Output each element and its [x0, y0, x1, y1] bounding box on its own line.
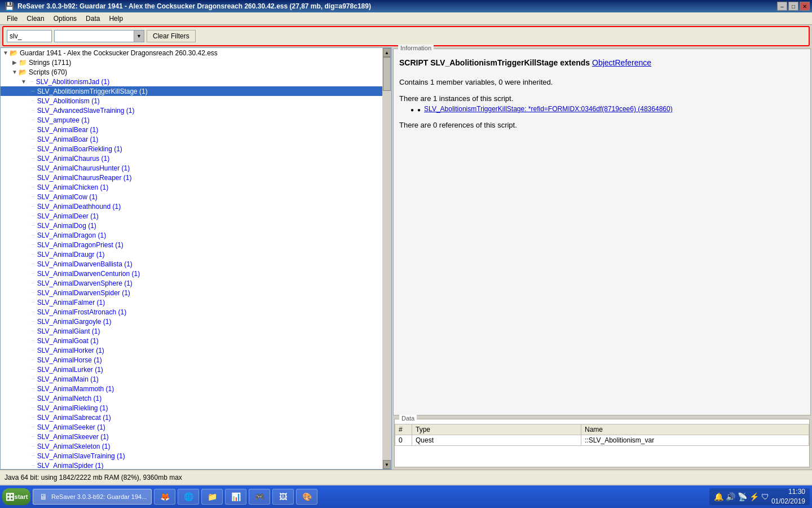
- filter-combo[interactable]: ▼: [54, 30, 144, 42]
- clock-time: 11:30: [771, 487, 805, 497]
- list-item[interactable]: ···SLV_AnimalMain (1): [1, 374, 390, 384]
- close-button[interactable]: ✕: [800, 2, 810, 11]
- list-item[interactable]: ···SLV_AnimalChaurusReaper (1): [1, 173, 390, 182]
- clear-filters-button[interactable]: Clear Filters: [147, 30, 196, 42]
- tree-scrollbar[interactable]: ▲ ▼: [382, 48, 391, 469]
- tree-root[interactable]: ▼ 📂 Guardar 1941 - Alex the Cocksucker D…: [1, 48, 390, 58]
- list-item[interactable]: ···SLV_AnimalBoarRiekling (1): [1, 144, 390, 154]
- taskbar-app-firefox[interactable]: 🦊: [154, 489, 175, 505]
- tree-strings[interactable]: ▶ 📁 Strings (1711): [1, 58, 390, 67]
- tray-icon-3[interactable]: 📡: [738, 492, 747, 501]
- list-item[interactable]: ···SLV_AnimalDragon (1): [1, 230, 390, 240]
- root-label: Guardar 1941 - Alex the Cocksucker Drago…: [20, 49, 218, 57]
- taskbar-app-resaver[interactable]: 🖥 ReSaver 3.0.3-b92: Guardar 194...: [33, 489, 152, 505]
- list-item[interactable]: ···SLV_AnimalFrostAtronach (1): [1, 307, 390, 317]
- taskbar-app-explorer[interactable]: 📁: [201, 489, 223, 505]
- scroll-track[interactable]: [383, 57, 391, 460]
- combo-input[interactable]: [55, 30, 134, 42]
- maximize-button[interactable]: □: [788, 2, 798, 11]
- list-item[interactable]: ···SLV_AnimalDog (1): [1, 221, 390, 230]
- list-item[interactable]: ···SLV_AnimalDwarvenSpider (1): [1, 288, 390, 297]
- list-item[interactable]: ···SLV_AnimalSpider (1): [1, 461, 390, 469]
- tree-container[interactable]: ▼ 📂 Guardar 1941 - Alex the Cocksucker D…: [1, 48, 391, 469]
- list-item[interactable]: ···SLV_AnimalDeathhound (1): [1, 202, 390, 211]
- list-item[interactable]: ···SLV_AnimalDraugr (1): [1, 249, 390, 259]
- list-item[interactable]: ···SLV_AnimalSeeker (1): [1, 422, 390, 432]
- instance-link[interactable]: SLV_AbolitionismTriggerKillStage: *refid…: [424, 105, 673, 113]
- list-item[interactable]: ···SLV_AnimalFalmer (1): [1, 297, 390, 307]
- menu-options[interactable]: Options: [49, 14, 81, 24]
- firefox-icon: 🦊: [159, 491, 170, 502]
- list-item[interactable]: ···SLV_AnimalSlaveTraining (1): [1, 451, 390, 461]
- data-table: # Type Name 0 Quest ::SLV_Abolitionism_v…: [395, 424, 809, 446]
- list-item[interactable]: ···SLV_AnimalDeer (1): [1, 211, 390, 221]
- list-item[interactable]: ···SLV_AnimalDwarvenCenturion (1): [1, 269, 390, 278]
- list-item[interactable]: ···SLV_AnimalGoat (1): [1, 336, 390, 345]
- list-item[interactable]: ···SLV_AnimalSkeleton (1): [1, 441, 390, 451]
- list-item[interactable]: ···SLV_AnimalRiekling (1): [1, 403, 390, 413]
- file-dot-icon: ···: [30, 79, 34, 84]
- menu-clean[interactable]: Clean: [22, 14, 48, 24]
- row-type: Quest: [412, 435, 581, 446]
- scroll-thumb[interactable]: [383, 57, 391, 91]
- list-item[interactable]: ···SLV_AnimalChicken (1): [1, 182, 390, 192]
- taskbar-app-game[interactable]: 🎮: [249, 489, 270, 505]
- window-controls: – □ ✕: [777, 2, 810, 11]
- list-item[interactable]: ···SLV_AnimalDwarvenSphere (1): [1, 278, 390, 288]
- scroll-up-button[interactable]: ▲: [383, 48, 391, 57]
- tree-slv-jad[interactable]: ▼ ··· SLV_AbolitionismJad (1): [1, 77, 390, 86]
- file-dot-icon-trigger: ···: [31, 89, 35, 94]
- list-item[interactable]: ···SLV_amputee (1): [1, 115, 390, 125]
- list-item[interactable]: ···SLV_AnimalGargoyle (1): [1, 317, 390, 326]
- taskbar-app-paint[interactable]: 🎨: [296, 489, 317, 505]
- expand-scripts-icon[interactable]: ▼: [11, 68, 19, 76]
- list-item[interactable]: ···SLV_AnimalDwarvenBallista (1): [1, 259, 390, 269]
- tray-icon-5[interactable]: 🛡: [761, 492, 769, 501]
- list-item[interactable]: ···SLV_AnimalGiant (1): [1, 326, 390, 336]
- expand-jad-icon[interactable]: ▼: [20, 78, 28, 86]
- tree-slv-trigger[interactable]: ··· SLV_AbolitionismTriggerKillStage (1): [1, 86, 390, 96]
- main-layout: ▼ 📂 Guardar 1941 - Alex the Cocksucker D…: [0, 47, 812, 470]
- object-reference-link[interactable]: ObjectReference: [592, 58, 651, 67]
- search-input[interactable]: [7, 30, 52, 42]
- menu-data[interactable]: Data: [81, 14, 104, 24]
- tray-icon-1[interactable]: 🔔: [714, 492, 723, 501]
- start-label: start: [15, 493, 28, 500]
- tray-icon-4[interactable]: ⚡: [749, 492, 759, 501]
- menu-bar: File Clean Options Data Help: [0, 12, 812, 25]
- expand-strings-icon[interactable]: ▶: [11, 59, 19, 67]
- list-item[interactable]: ···SLV_AnimalChaurusHunter (1): [1, 163, 390, 173]
- list-item[interactable]: ···SLV_AdvancedSlaveTraining (1): [1, 106, 390, 115]
- list-item[interactable]: ···SLV_AnimalHorse (1): [1, 355, 390, 365]
- list-item[interactable]: ···SLV_AnimalLurker (1): [1, 365, 390, 374]
- menu-file[interactable]: File: [2, 14, 22, 24]
- resaver-app-icon: 🖥: [38, 491, 49, 502]
- list-item[interactable]: ···SLV_AnimalBoar (1): [1, 134, 390, 144]
- minimize-button[interactable]: –: [777, 2, 787, 11]
- list-item[interactable]: ···SLV_AnimalSabrecat (1): [1, 413, 390, 422]
- tray-icon-2[interactable]: 🔊: [726, 492, 735, 501]
- taskbar-app-excel[interactable]: 📊: [225, 489, 246, 505]
- data-title: Data: [399, 415, 417, 422]
- start-button[interactable]: ⊞ start: [2, 488, 30, 505]
- table-row[interactable]: 0 Quest ::SLV_Abolitionism_var: [395, 435, 809, 446]
- taskbar-app-chrome[interactable]: 🌐: [178, 489, 199, 505]
- col-name-header: Name: [581, 424, 809, 435]
- expand-root-icon[interactable]: ▼: [2, 49, 10, 57]
- list-item[interactable]: ···SLV_AnimalMammoth (1): [1, 384, 390, 393]
- list-item[interactable]: ···SLV_AnimalHorker (1): [1, 345, 390, 355]
- list-item[interactable]: ···SLV_AnimalNetch (1): [1, 393, 390, 403]
- list-item[interactable]: ···SLV_AnimalSkeever (1): [1, 432, 390, 441]
- list-item[interactable]: ···SLV_AnimalCow (1): [1, 192, 390, 202]
- references-text: There are 0 references of this script.: [399, 121, 805, 129]
- list-item[interactable]: ···SLV_AnimalDragonPriest (1): [1, 240, 390, 249]
- combo-dropdown-button[interactable]: ▼: [134, 30, 144, 42]
- menu-help[interactable]: Help: [104, 14, 127, 24]
- list-item[interactable]: ···SLV_Abolitionism (1): [1, 96, 390, 106]
- scroll-down-button[interactable]: ▼: [383, 460, 391, 469]
- tree-scripts[interactable]: ▼ 📂 Scripts (670): [1, 67, 390, 77]
- list-item[interactable]: ···SLV_AnimalBear (1): [1, 125, 390, 134]
- taskbar-app-image[interactable]: 🖼: [272, 489, 294, 505]
- explorer-icon: 📁: [206, 491, 218, 502]
- list-item[interactable]: ···SLV_AnimalChaurus (1): [1, 154, 390, 163]
